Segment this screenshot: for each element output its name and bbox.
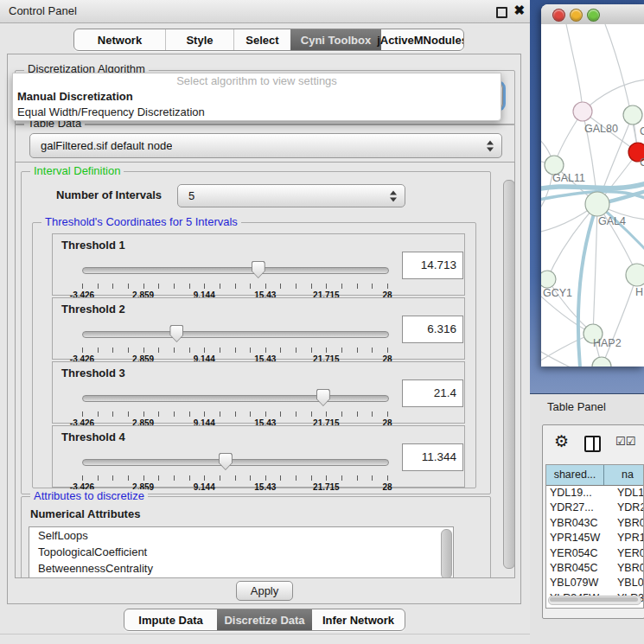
popup-item[interactable]: Equal Width/Frequency Discretization <box>13 105 501 120</box>
gal80-node[interactable] <box>573 102 592 121</box>
threshold-value-field[interactable]: 6.316 <box>402 316 463 343</box>
tick-mark <box>158 475 159 481</box>
node-label: GAL4 <box>598 215 626 227</box>
table-data-combobox-value: galFiltered.sif default node <box>30 139 172 152</box>
attribute-item[interactable]: TopologicalCoefficient <box>29 544 453 560</box>
tab-cyni-toolbox[interactable]: Cyni Toolbox <box>290 29 381 50</box>
threshold-value-field[interactable]: 21.4 <box>402 379 463 407</box>
table-header-shared[interactable]: shared... <box>546 465 604 485</box>
tick-mark <box>204 284 205 289</box>
network-canvas[interactable]: GAL80GACGAL11GAL4GCY1HHAP2 <box>541 24 644 367</box>
table-data-combobox[interactable]: galFiltered.sif default node <box>29 133 502 158</box>
tick-mark <box>372 411 373 417</box>
node-label: GA <box>640 125 644 137</box>
threshold-slider[interactable]: -3.4262.8599.14415.4321.71528 <box>82 388 387 423</box>
tick-mark <box>143 475 144 481</box>
node-table[interactable]: shared... na YDL19...YDL1YDR27...YDR2YBR… <box>545 464 644 609</box>
attributes-list-scrollbar[interactable] <box>441 529 452 578</box>
bottom-node[interactable] <box>592 357 611 367</box>
numerical-attributes-list[interactable]: SelfLoopsTopologicalCoefficientBetweenne… <box>29 526 454 578</box>
mac-zoom-button[interactable] <box>587 9 600 22</box>
close-icon[interactable]: ✖ <box>513 3 525 18</box>
slider-thumb[interactable] <box>252 261 265 278</box>
table-row[interactable]: YDL19...YDL1 <box>546 486 643 501</box>
split-columns-icon[interactable] <box>584 436 601 452</box>
tick-mark <box>189 348 190 353</box>
gcy1-node[interactable] <box>541 271 556 288</box>
table-cell-name: YER0 <box>607 546 643 561</box>
attribute-item[interactable]: BetweennessCentrality <box>29 560 453 577</box>
mac-minimize-button[interactable] <box>570 9 583 22</box>
tick-mark <box>143 348 144 353</box>
float-window-icon[interactable] <box>496 7 507 18</box>
table-horizontal-scrollbar[interactable] <box>548 596 641 605</box>
table-cell-name: YIL0 <box>607 606 643 609</box>
tick-mark <box>341 348 342 353</box>
threshold-slider[interactable]: -3.4262.8599.14415.4321.71528 <box>82 260 387 295</box>
table-cell-name: YBR0 <box>607 561 643 576</box>
tab-impute-data[interactable]: Impute Data <box>124 609 217 630</box>
tick-mark <box>265 348 266 353</box>
tick-mark <box>311 475 312 481</box>
table-header-row: shared... na <box>546 465 643 486</box>
gear-icon[interactable]: ⚙ <box>554 431 569 450</box>
checkboxes-icon[interactable]: ☑☑ <box>615 435 635 448</box>
table-cell-name: YBL0 <box>607 576 643 590</box>
table-row[interactable]: YER054CYER0 <box>546 546 643 561</box>
slider-thumb[interactable] <box>169 325 183 342</box>
tick-mark <box>112 284 113 289</box>
slider-track[interactable] <box>82 459 389 466</box>
table-row[interactable]: YIL052CYIL0 <box>546 606 643 609</box>
table-row[interactable]: YPR145WYPR1 <box>546 531 643 545</box>
attribute-item[interactable]: SelfLoops <box>29 527 453 544</box>
popup-item[interactable]: Manual Discretization <box>13 89 501 105</box>
table-row[interactable]: YBR045CYBR0 <box>546 561 643 576</box>
right-mid-node[interactable] <box>626 264 644 286</box>
tick-mark <box>235 284 236 289</box>
tab-infer-network[interactable]: Infer Network <box>312 609 405 630</box>
tick-mark <box>311 284 312 289</box>
slider-track[interactable] <box>82 395 389 402</box>
table-row[interactable]: YBL079WYBL0 <box>546 576 643 590</box>
number-of-intervals-label: Number of Intervals <box>56 188 162 201</box>
tick-label: 15.43 <box>254 482 276 492</box>
table-row[interactable]: YBR043CYBR0 <box>546 516 643 531</box>
tick-mark <box>357 475 358 481</box>
tick-mark <box>128 348 129 353</box>
slider-thumb[interactable] <box>316 389 330 406</box>
slider-track[interactable] <box>82 331 389 338</box>
tick-mark <box>296 475 296 481</box>
threshold-value-field[interactable]: 11.344 <box>402 443 463 471</box>
attribute-items: SelfLoopsTopologicalCoefficientBetweenne… <box>29 527 453 577</box>
tab-network[interactable]: Network <box>74 29 166 50</box>
tick-mark <box>158 284 159 289</box>
threshold-slider[interactable]: -3.4262.8599.14415.4321.71528 <box>82 324 387 359</box>
tab-discretize-data[interactable]: Discretize Data <box>217 609 312 630</box>
panel-vertical-scrollbar[interactable] <box>503 180 515 569</box>
slider-thumb[interactable] <box>219 453 233 470</box>
table-row[interactable]: YDR27...YDR2 <box>546 501 643 515</box>
top-right-node[interactable] <box>623 105 642 124</box>
bottom-tabbar: Impute DataDiscretize DataInfer Network <box>124 609 405 631</box>
tick-mark <box>311 411 312 417</box>
tick-mark <box>189 284 190 289</box>
mac-close-button[interactable] <box>552 9 565 22</box>
tick-mark <box>174 475 175 481</box>
tick-mark <box>341 475 342 481</box>
tick-mark <box>265 284 266 289</box>
tab-jactivemnodules[interactable]: jActiveMNodules <box>381 29 463 50</box>
interval-definition-group: Interval Definition Number of Intervals … <box>21 171 491 494</box>
threshold-value-field[interactable]: 14.713 <box>402 252 463 279</box>
tab-select[interactable]: Select <box>234 29 290 50</box>
tick-mark <box>280 284 281 289</box>
tick-mark <box>372 348 373 353</box>
apply-button[interactable]: Apply <box>236 581 293 601</box>
tab-style[interactable]: Style <box>166 29 234 50</box>
number-of-intervals-combobox[interactable]: 5 <box>177 184 405 207</box>
threshold-slider[interactable]: -3.4262.8599.14415.4321.71528 <box>82 452 387 487</box>
slider-track[interactable] <box>82 267 389 274</box>
tick-mark <box>311 348 312 353</box>
table-header-name[interactable]: na <box>604 465 643 485</box>
gal4-node[interactable] <box>585 192 609 216</box>
network-edge-thick <box>541 183 644 191</box>
